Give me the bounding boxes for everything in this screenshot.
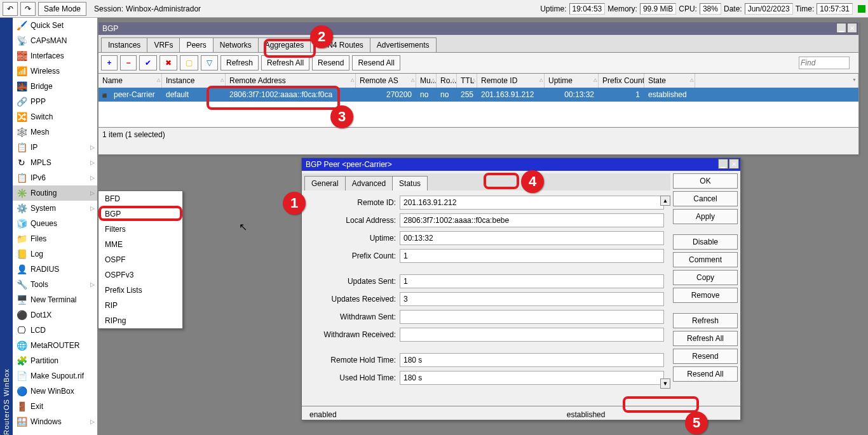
- sidebar-item-metarouter[interactable]: 🌐MetaROUTER: [13, 338, 97, 353]
- sidebar-item-exit[interactable]: 🚪Exit: [13, 399, 97, 414]
- submenu-item-mme[interactable]: MME: [98, 237, 182, 252]
- tab-general[interactable]: General: [304, 176, 346, 191]
- column-header[interactable]: Name: [98, 74, 162, 88]
- tab-networks[interactable]: Networks: [213, 37, 259, 52]
- sidebar-item-label: Tools: [31, 280, 48, 289]
- minimize-icon[interactable]: ▁: [718, 159, 728, 169]
- scroll-up-icon[interactable]: ▲: [660, 196, 670, 206]
- column-header[interactable]: Uptime: [545, 74, 599, 88]
- column-header[interactable]: Mu...: [416, 74, 437, 88]
- resend-all-button[interactable]: Resend All: [673, 366, 738, 382]
- sidebar-item-tools[interactable]: 🔧Tools▷: [13, 277, 97, 292]
- submenu-item-ripng[interactable]: RIPng: [98, 313, 182, 328]
- sidebar-item-radius[interactable]: 👤RADIUS: [13, 262, 97, 277]
- copy-button[interactable]: Copy: [673, 270, 738, 285]
- routing-submenu: BFDBGPFiltersMMEOSPFOSPFv3Prefix ListsRI…: [98, 191, 183, 329]
- redo-button[interactable]: ↷: [20, 2, 36, 16]
- table-row[interactable]: peer-Carrierdefault2806:3f7:1002:aaaa::f…: [98, 88, 858, 102]
- refresh-button[interactable]: Refresh: [673, 313, 738, 328]
- sidebar-item-lcd[interactable]: 🖵LCD: [13, 323, 97, 338]
- filter-button[interactable]: ▽: [201, 55, 218, 70]
- add-button[interactable]: +: [101, 55, 118, 70]
- form-row: Updates Received:3: [304, 292, 668, 306]
- submenu-item-ospfv3[interactable]: OSPFv3: [98, 267, 182, 283]
- submenu-item-bfd[interactable]: BFD: [98, 191, 182, 206]
- resend-all-button[interactable]: Resend All: [352, 55, 400, 70]
- sidebar-item-capsman[interactable]: 📡CAPsMAN: [13, 33, 97, 48]
- tab-status[interactable]: Status: [392, 176, 428, 191]
- column-header[interactable]: Remote AS: [356, 74, 416, 88]
- sidebar-item-interfaces[interactable]: 🧱Interfaces: [13, 48, 97, 64]
- resend-button[interactable]: Resend: [312, 55, 349, 70]
- resend-button[interactable]: Resend: [673, 349, 738, 364]
- sidebar-item-dot1x[interactable]: ⚫Dot1X: [13, 307, 97, 323]
- sidebar-item-quick-set[interactable]: 🖌️Quick Set: [13, 18, 97, 33]
- safe-mode-button[interactable]: Safe Mode: [38, 2, 86, 16]
- close-icon[interactable]: ✕: [729, 159, 739, 169]
- tab-advertisements[interactable]: Advertisements: [370, 37, 437, 52]
- disable-button[interactable]: ✖: [159, 55, 177, 70]
- field-value: 00:13:32: [400, 231, 664, 245]
- refresh-button[interactable]: Refresh: [220, 55, 259, 70]
- submenu-item-filters[interactable]: Filters: [98, 222, 182, 237]
- column-header-menu[interactable]: [695, 74, 858, 88]
- cancel-button[interactable]: Cancel: [673, 191, 738, 206]
- disable-button[interactable]: Disable: [673, 234, 738, 250]
- scroll-down-icon[interactable]: ▼: [660, 378, 670, 389]
- submenu-item-bgp[interactable]: BGP: [98, 206, 182, 222]
- tab-aggregates[interactable]: Aggregates: [258, 37, 311, 52]
- sidebar-item-system[interactable]: ⚙️System▷: [13, 201, 97, 216]
- sidebar-item-ipv6[interactable]: 📋IPv6▷: [13, 170, 97, 185]
- ok-button[interactable]: OK: [673, 173, 738, 189]
- sidebar-icon: 🧊: [17, 218, 27, 229]
- sidebar-item-wireless[interactable]: 📶Wireless: [13, 64, 97, 79]
- refresh-all-button[interactable]: Refresh All: [673, 331, 738, 346]
- sidebar-item-bridge[interactable]: 🌉Bridge: [13, 79, 97, 94]
- column-header[interactable]: State: [644, 74, 695, 88]
- comment-button[interactable]: Comment: [673, 252, 738, 267]
- sidebar-item-switch[interactable]: 🔀Switch: [13, 109, 97, 124]
- column-header[interactable]: Instance: [162, 74, 226, 88]
- column-header[interactable]: Remote Address: [226, 74, 356, 88]
- remove-button[interactable]: Remove: [673, 288, 738, 303]
- sidebar-item-mpls[interactable]: ↻MPLS▷: [13, 155, 97, 170]
- column-header[interactable]: Remote ID: [477, 74, 545, 88]
- enable-button[interactable]: ✔: [139, 55, 157, 70]
- peer-icon: [102, 90, 111, 99]
- sidebar-item-queues[interactable]: 🧊Queues: [13, 216, 97, 231]
- sidebar-icon: 🖌️: [17, 20, 27, 30]
- tab-advanced[interactable]: Advanced: [345, 176, 393, 191]
- sidebar-item-new-terminal[interactable]: 🖥️New Terminal: [13, 292, 97, 307]
- minimize-icon[interactable]: ▁: [836, 23, 846, 33]
- undo-button[interactable]: ↶: [3, 2, 18, 16]
- column-header[interactable]: Prefix Count: [599, 74, 644, 88]
- sidebar-icon: 📶: [17, 66, 27, 76]
- refresh-all-button[interactable]: Refresh All: [261, 55, 309, 70]
- submenu-item-ospf[interactable]: OSPF: [98, 252, 182, 267]
- comment-button[interactable]: ▢: [180, 55, 198, 70]
- remove-button[interactable]: −: [120, 55, 137, 70]
- sidebar-item-make-supout.rif[interactable]: 📄Make Supout.rif: [13, 368, 97, 384]
- submenu-item-prefix-lists[interactable]: Prefix Lists: [98, 283, 182, 298]
- table-cell: default: [162, 90, 226, 99]
- apply-button[interactable]: Apply: [673, 209, 738, 224]
- tab-peers[interactable]: Peers: [179, 37, 213, 52]
- sidebar-item-ip[interactable]: 📋IP▷: [13, 140, 97, 155]
- find-input[interactable]: [799, 57, 850, 69]
- sidebar-item-windows[interactable]: 🪟Windows▷: [13, 414, 97, 429]
- column-header[interactable]: TTL: [457, 74, 477, 88]
- submenu-item-rip[interactable]: RIP: [98, 298, 182, 313]
- sidebar-item-routing[interactable]: ✳️Routing▷: [13, 185, 97, 201]
- sidebar-item-mesh[interactable]: 🕸️Mesh: [13, 124, 97, 140]
- tab-instances[interactable]: Instances: [101, 37, 147, 52]
- close-icon[interactable]: ✕: [847, 23, 857, 33]
- sidebar-item-new-winbox[interactable]: 🔵New WinBox: [13, 384, 97, 399]
- sidebar-icon: 🚪: [17, 401, 27, 412]
- column-header[interactable]: Ro...: [437, 74, 457, 88]
- sidebar-item-files[interactable]: 📁Files: [13, 231, 97, 246]
- sidebar-item-log[interactable]: 📒Log: [13, 246, 97, 262]
- tab-vrfs[interactable]: VRFs: [147, 37, 180, 52]
- sidebar-item-ppp[interactable]: 🔗PPP: [13, 94, 97, 109]
- sidebar-item-partition[interactable]: 🧩Partition: [13, 353, 97, 368]
- field-label: Uptime:: [304, 234, 396, 243]
